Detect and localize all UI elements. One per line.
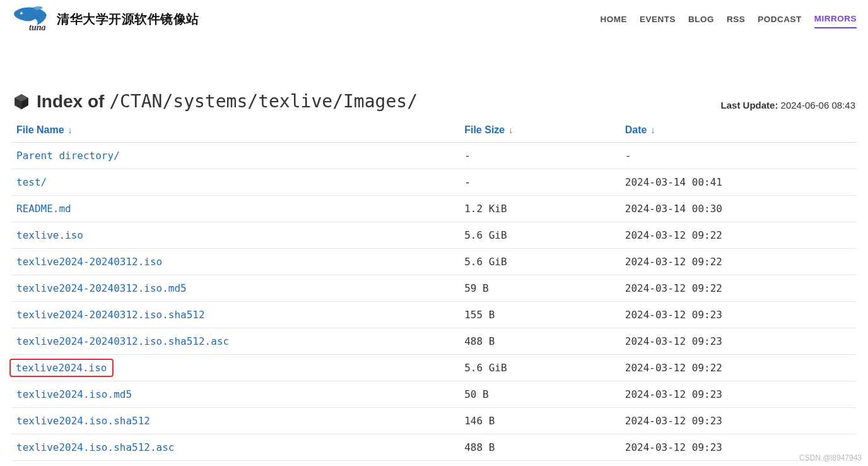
file-date-cell: 2024-03-12 09:23 bbox=[620, 328, 857, 355]
table-row: texlive2024-20240312.iso.md559 B2024-03-… bbox=[11, 275, 857, 302]
svg-text:tuna: tuna bbox=[29, 23, 45, 32]
svg-point-0 bbox=[20, 12, 23, 15]
file-name-cell: Parent directory/ bbox=[11, 143, 459, 169]
file-date-cell: 2024-03-12 09:22 bbox=[620, 275, 857, 302]
table-row: texlive.iso5.6 GiB2024-03-12 09:22 bbox=[11, 222, 857, 249]
breadcrumb-path: /CTAN/systems/texlive/Images/ bbox=[109, 91, 418, 112]
table-row: texlive2024-20240312.iso.sha512.asc488 B… bbox=[11, 328, 857, 355]
file-link[interactable]: texlive2024-20240312.iso.sha512.asc bbox=[16, 335, 229, 347]
last-update-value: 2024-06-06 08:43 bbox=[781, 100, 855, 111]
file-date-cell: 2024-03-14 00:41 bbox=[620, 169, 857, 196]
file-link[interactable]: README.md bbox=[16, 203, 71, 215]
file-size-cell: 5.6 GiB bbox=[459, 249, 620, 275]
file-link[interactable]: texlive2024.iso.sha512 bbox=[16, 415, 150, 427]
file-date-cell: 2024-03-12 09:23 bbox=[620, 381, 857, 408]
file-name-cell: texlive2024.iso.sha512.asc bbox=[11, 434, 459, 461]
nav-link-home[interactable]: HOME bbox=[600, 11, 627, 28]
file-link[interactable]: texlive2024-20240312.iso bbox=[16, 256, 162, 268]
page-title: Index of /CTAN/systems/texlive/Images/ bbox=[13, 91, 418, 112]
table-row: texlive2024.iso.md550 B2024-03-12 09:23 bbox=[11, 381, 857, 408]
cube-icon bbox=[13, 93, 30, 111]
file-link[interactable]: texlive.iso bbox=[16, 229, 83, 241]
file-size-cell: 5.6 GiB bbox=[459, 222, 620, 249]
nav-link-events[interactable]: EVENTS bbox=[640, 11, 676, 28]
file-size-cell: 59 B bbox=[459, 275, 620, 302]
file-name-cell: texlive2024.iso bbox=[11, 355, 459, 381]
header: tuna 清华大学开源软件镜像站 HOMEEVENTSBLOGRSSPODCAS… bbox=[0, 0, 868, 34]
site-title: 清华大学开源软件镜像站 bbox=[57, 11, 199, 28]
index-prefix: Index of bbox=[37, 92, 109, 111]
file-name-cell: README.md bbox=[11, 196, 459, 222]
file-name-cell: test/ bbox=[11, 169, 459, 196]
file-date-cell: 2024-03-14 00:30 bbox=[620, 196, 857, 222]
column-header-name[interactable]: File Name↓ bbox=[11, 118, 459, 143]
file-link[interactable]: texlive2024.iso.sha512.asc bbox=[16, 441, 174, 453]
file-name-cell: texlive2024-20240312.iso.md5 bbox=[11, 275, 459, 302]
file-date-cell: 2024-03-12 09:22 bbox=[620, 249, 857, 275]
table-row: Parent directory/-- bbox=[11, 143, 857, 169]
file-date-cell: 2024-03-12 09:23 bbox=[620, 408, 857, 434]
file-size-cell: 5.6 GiB bbox=[459, 355, 620, 381]
file-date-cell: 2024-03-12 09:22 bbox=[620, 222, 857, 249]
nav-link-blog[interactable]: BLOG bbox=[688, 11, 714, 28]
table-row: texlive2024-20240312.iso.sha512155 B2024… bbox=[11, 302, 857, 328]
file-size-cell: 488 B bbox=[459, 328, 620, 355]
file-link[interactable]: Parent directory/ bbox=[16, 150, 120, 162]
table-row: texlive2024.iso5.6 GiB2024-03-12 09:22 bbox=[11, 355, 857, 381]
brand[interactable]: tuna 清华大学开源软件镜像站 bbox=[11, 4, 199, 34]
file-size-cell: - bbox=[459, 169, 620, 196]
file-date-cell: 2024-03-12 09:22 bbox=[620, 355, 857, 381]
file-name-cell: texlive2024.iso.sha512 bbox=[11, 408, 459, 434]
table-row: texlive2024-20240312.iso5.6 GiB2024-03-1… bbox=[11, 249, 857, 275]
file-name-cell: texlive2024-20240312.iso.sha512 bbox=[11, 302, 459, 328]
file-date-cell: 2024-03-12 09:23 bbox=[620, 302, 857, 328]
file-size-cell: 146 B bbox=[459, 408, 620, 434]
table-row: texlive2024.iso.sha512.asc488 B2024-03-1… bbox=[11, 434, 857, 461]
nav-link-rss[interactable]: RSS bbox=[727, 11, 745, 28]
file-listing-table: File Name↓ File Size↓ Date↓ Parent direc… bbox=[11, 118, 857, 461]
table-row: test/-2024-03-14 00:41 bbox=[11, 169, 857, 196]
table-row: README.md1.2 KiB2024-03-14 00:30 bbox=[11, 196, 857, 222]
file-link[interactable]: texlive2024-20240312.iso.sha512 bbox=[16, 309, 205, 321]
watermark: CSDN @l8947943 bbox=[799, 453, 862, 461]
nav-link-mirrors[interactable]: MIRRORS bbox=[814, 10, 857, 28]
sort-arrow-icon: ↓ bbox=[650, 125, 655, 135]
file-size-cell: 488 B bbox=[459, 434, 620, 461]
sort-arrow-icon: ↓ bbox=[68, 125, 73, 135]
file-link[interactable]: texlive2024.iso bbox=[16, 362, 107, 374]
nav-link-podcast[interactable]: PODCAST bbox=[758, 11, 802, 28]
file-name-cell: texlive2024.iso.md5 bbox=[11, 381, 459, 408]
file-name-cell: texlive.iso bbox=[11, 222, 459, 249]
file-link[interactable]: test/ bbox=[16, 176, 47, 188]
last-update: Last Update: 2024-06-06 08:43 bbox=[721, 100, 855, 112]
last-update-label: Last Update: bbox=[721, 100, 778, 111]
file-size-cell: 155 B bbox=[459, 302, 620, 328]
column-header-date[interactable]: Date↓ bbox=[620, 118, 857, 143]
highlight-annotation: texlive2024.iso bbox=[9, 359, 114, 377]
tuna-logo-icon: tuna bbox=[11, 4, 52, 34]
file-date-cell: - bbox=[620, 143, 857, 169]
file-size-cell: 50 B bbox=[459, 381, 620, 408]
file-name-cell: texlive2024-20240312.iso bbox=[11, 249, 459, 275]
file-name-cell: texlive2024-20240312.iso.sha512.asc bbox=[11, 328, 459, 355]
file-size-cell: - bbox=[459, 143, 620, 169]
main-nav: HOMEEVENTSBLOGRSSPODCASTMIRRORS bbox=[600, 10, 857, 28]
column-header-size[interactable]: File Size↓ bbox=[459, 118, 620, 143]
file-link[interactable]: texlive2024.iso.md5 bbox=[16, 388, 132, 400]
table-row: texlive2024.iso.sha512146 B2024-03-12 09… bbox=[11, 408, 857, 434]
sort-arrow-icon: ↓ bbox=[508, 125, 513, 135]
file-size-cell: 1.2 KiB bbox=[459, 196, 620, 222]
file-link[interactable]: texlive2024-20240312.iso.md5 bbox=[16, 282, 187, 294]
